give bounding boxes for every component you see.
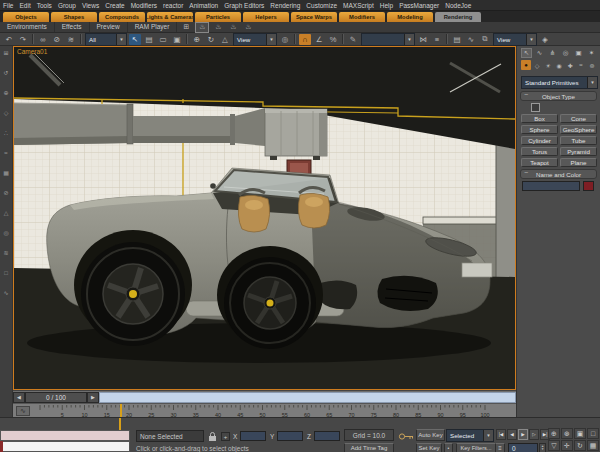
key-mode-dropdown[interactable]: Selected ▼ (446, 429, 494, 442)
coord-field-z[interactable] (314, 431, 340, 441)
object-name-field[interactable] (522, 181, 580, 191)
mini-curve-editor-button[interactable]: ∿ (16, 406, 30, 416)
shelf-tab-helpers[interactable]: Helpers (243, 12, 289, 22)
menu-item-nodejoe[interactable]: NodeJoe (442, 0, 474, 11)
select-by-name-icon[interactable]: ▤ (143, 34, 155, 45)
play-animation-button[interactable]: ▶ (518, 429, 528, 440)
select-and-rotate-icon[interactable]: ↻ (205, 34, 217, 45)
named-selection-sets-dropdown[interactable]: ▼ (361, 33, 415, 46)
rear-wheel[interactable] (81, 242, 185, 346)
track-bar-ruler[interactable]: 5101520253035404550556065707580859095100 (33, 404, 513, 418)
auto-key-button[interactable]: Auto Key (416, 429, 445, 441)
category-cameras-icon[interactable]: ◉ (554, 60, 564, 70)
render-type-icon[interactable]: ♨ (242, 23, 254, 32)
zoom-extents-all-icon[interactable]: □ (587, 428, 599, 439)
menu-item-reactor[interactable]: reactor (160, 0, 186, 11)
autogrid-checkbox[interactable] (531, 103, 540, 112)
shelf-tab-particles[interactable]: Particles (195, 12, 241, 22)
chevron-down-icon[interactable]: ▼ (266, 34, 276, 45)
maxscript-listener-macro-pane[interactable] (0, 430, 130, 441)
tab-modify-icon[interactable]: ∿ (534, 48, 545, 58)
category-shapes-icon[interactable]: ◇ (532, 60, 542, 70)
chevron-down-icon[interactable]: ▼ (587, 77, 597, 88)
activeshade-icon[interactable]: ♨ (227, 23, 239, 32)
go-to-start-button[interactable]: |◀ (496, 429, 506, 440)
time-slider-next-arrow[interactable]: ▶ (87, 392, 99, 403)
menu-item-passmanager[interactable]: PassManager (396, 0, 442, 11)
left-toolbar-icon[interactable]: ◎ (3, 230, 8, 237)
shelf-tab-shapes[interactable]: Shapes (51, 12, 97, 22)
chevron-down-icon[interactable]: ▼ (116, 34, 126, 45)
object-type-button-box[interactable]: Box (521, 114, 558, 123)
left-toolbar-icon[interactable]: ∿ (3, 290, 8, 297)
time-slider-prev-arrow[interactable]: ◀ (13, 392, 25, 403)
set-key-button[interactable]: Set Key (416, 443, 442, 452)
shelf-button-environments[interactable]: Environments (0, 22, 55, 32)
left-toolbar-icon[interactable]: ↺ (3, 70, 8, 77)
menu-item-edit[interactable]: Edit (16, 0, 33, 11)
previous-frame-button[interactable]: ◀ (507, 429, 517, 440)
shelf-tab-compounds[interactable]: Compounds (99, 12, 145, 22)
select-and-move-icon[interactable]: ⊕ (191, 34, 203, 45)
reference-coordinate-system-dropdown[interactable]: View▼ (233, 33, 277, 46)
mirror-icon[interactable]: ⋈ (417, 34, 429, 45)
frame-marker[interactable] (120, 404, 122, 418)
menu-item-create[interactable]: Create (102, 0, 128, 11)
tab-motion-icon[interactable]: ◎ (560, 48, 571, 58)
chevron-down-icon[interactable]: ▼ (526, 34, 536, 45)
category-spacewarps-icon[interactable]: ≈ (576, 60, 586, 70)
angle-snap-icon[interactable]: ∠ (313, 34, 325, 45)
shelf-button-effects[interactable]: Effects (55, 22, 90, 32)
tab-utilities-icon[interactable]: ✶ (586, 48, 597, 58)
frame-spinner[interactable]: ▲▼ (539, 443, 546, 452)
shelf-tab-rendering[interactable]: Rendering (435, 12, 481, 22)
chevron-down-icon[interactable]: ▼ (404, 34, 414, 45)
selection-filter-dropdown[interactable]: All▼ (85, 33, 127, 46)
menu-item-customize[interactable]: Customize (303, 0, 340, 11)
category-systems-icon[interactable]: ⊚ (587, 60, 597, 70)
category-helpers-icon[interactable]: ✚ (565, 60, 575, 70)
next-frame-button[interactable]: ▷ (529, 429, 539, 440)
object-type-button-cylinder[interactable]: Cylinder (521, 136, 558, 145)
menu-item-tools[interactable]: Tools (34, 0, 55, 11)
shelf-button-ram-player[interactable]: RAM Player (128, 22, 178, 32)
set-keys-icon[interactable]: • (444, 443, 453, 452)
chevron-down-icon[interactable]: ▼ (483, 430, 493, 441)
object-type-button-cone[interactable]: Cone (560, 114, 597, 123)
track-bar[interactable]: ∿ 51015202530354045505560657075808590951… (13, 403, 516, 417)
left-toolbar-icon[interactable]: ∴ (4, 130, 8, 137)
zoom-extents-icon[interactable]: ▣ (574, 428, 586, 439)
shelf-tab-objects[interactable]: Objects (3, 12, 49, 22)
shelf-tab-space-warps[interactable]: Space Warps (291, 12, 337, 22)
field-of-view-icon[interactable]: ▽ (548, 440, 560, 451)
left-toolbar-icon[interactable]: ≈ (4, 150, 7, 157)
left-toolbar-icon[interactable]: ⊘ (3, 190, 8, 197)
zoom-icon[interactable]: ⊕ (548, 428, 560, 439)
left-toolbar-icon[interactable]: ▦ (3, 170, 9, 177)
duct-vent-unit[interactable] (265, 109, 327, 160)
object-type-button-tube[interactable]: Tube (560, 136, 597, 145)
render-last-icon[interactable]: ♨ (212, 23, 224, 32)
edit-named-selection-sets-icon[interactable]: ✎ (347, 34, 359, 45)
object-type-button-geosphere[interactable]: GeoSphere (560, 125, 597, 134)
redo-icon[interactable]: ↷ (17, 34, 29, 45)
absolute-offset-toggle-icon[interactable]: + (221, 432, 230, 441)
selection-lock-icon[interactable] (208, 431, 217, 442)
camera-viewport[interactable]: Camera01 (13, 46, 516, 390)
snaps-toggle-icon[interactable]: ∩ (299, 34, 311, 45)
material-editor-icon[interactable]: ◈ (539, 34, 551, 45)
object-type-button-teapot[interactable]: Teapot (521, 158, 558, 167)
object-type-button-torus[interactable]: Torus (521, 147, 558, 156)
layer-manager-icon[interactable]: ▤ (451, 34, 463, 45)
window-crossing-icon[interactable]: ▣ (171, 34, 183, 45)
schematic-view-icon[interactable]: ⧉ (479, 34, 491, 45)
select-object-icon[interactable]: ↖ (129, 34, 141, 45)
shelf-button-preview[interactable]: Preview (90, 22, 128, 32)
front-wheel[interactable] (224, 257, 316, 349)
time-slider-track[interactable] (99, 392, 516, 403)
bind-to-space-warp-icon[interactable]: ≋ (65, 34, 77, 45)
menu-item-modifiers[interactable]: Modifiers (128, 0, 160, 11)
select-and-scale-icon[interactable]: △ (219, 34, 231, 45)
menu-item-maxscript[interactable]: MAXScript (340, 0, 377, 11)
coord-field-x[interactable] (240, 431, 266, 441)
